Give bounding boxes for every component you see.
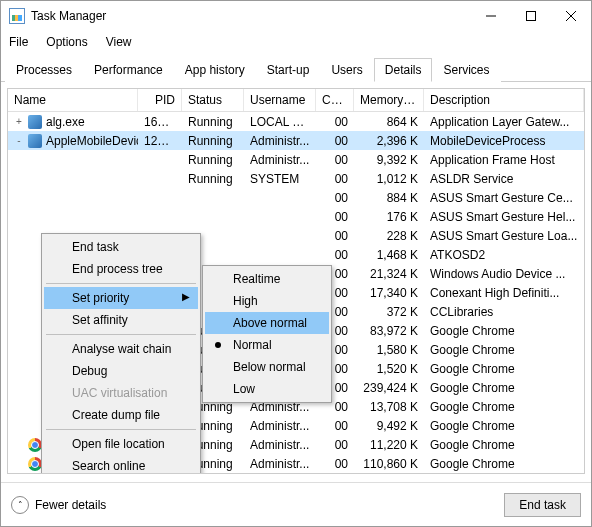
menu-item-above-normal[interactable]: Above normal	[205, 312, 329, 334]
cell-mem: 11,220 K	[354, 437, 424, 453]
menu-item-high[interactable]: High	[205, 290, 329, 312]
menu-item-search-online[interactable]: Search online	[44, 455, 198, 474]
cell-desc: ASUS Smart Gesture Loa...	[424, 228, 584, 244]
window-title: Task Manager	[31, 9, 471, 23]
cell-user: Administr...	[244, 437, 316, 453]
cell-desc: ASUS Smart Gesture Ce...	[424, 190, 584, 206]
tab-details[interactable]: Details	[374, 58, 433, 82]
cell-desc: Google Chrome	[424, 399, 584, 415]
menu-item-set-affinity[interactable]: Set affinity	[44, 309, 198, 331]
cell-pid	[138, 197, 182, 199]
footer: ˄ Fewer details End task	[1, 482, 591, 526]
chevron-up-icon: ˄	[11, 496, 29, 514]
cell-user	[244, 254, 316, 256]
cell-desc: Google Chrome	[424, 323, 584, 339]
cell-mem: 239,424 K	[354, 380, 424, 396]
cell-user: LOCAL SE...	[244, 114, 316, 130]
tab-performance[interactable]: Performance	[83, 58, 174, 82]
separator	[46, 283, 196, 284]
cell-desc: Google Chrome	[424, 342, 584, 358]
menu-item-open-file-location[interactable]: Open file location	[44, 433, 198, 455]
cell-desc: Windows Audio Device ...	[424, 266, 584, 282]
cell-desc: Google Chrome	[424, 437, 584, 453]
cell-mem: 1,012 K	[354, 171, 424, 187]
table-row[interactable]: -AppleMobileDeviceP...12076RunningAdmini…	[8, 131, 584, 150]
cell-mem: 110,860 K	[354, 456, 424, 472]
cell-desc: Application Layer Gatew...	[424, 114, 584, 130]
menu-item-low[interactable]: Low	[205, 378, 329, 400]
col-name[interactable]: Name	[8, 89, 138, 111]
cell-user	[244, 197, 316, 199]
cell-status: Running	[182, 152, 244, 168]
cell-user: Administr...	[244, 418, 316, 434]
cell-cpu: 00	[316, 114, 354, 130]
col-pid[interactable]: PID	[138, 89, 182, 111]
tab-app-history[interactable]: App history	[174, 58, 256, 82]
process-name: AppleMobileDeviceP...	[46, 134, 138, 148]
col-description[interactable]: Description	[424, 89, 584, 111]
table-row[interactable]: RunningSYSTEM001,012 KASLDR Service	[8, 169, 584, 188]
cell-cpu: 00	[316, 190, 354, 206]
tab-services[interactable]: Services	[432, 58, 500, 82]
submenu-arrow-icon: ▶	[182, 291, 190, 302]
cell-mem: 884 K	[354, 190, 424, 206]
menu-view[interactable]: View	[104, 33, 134, 51]
menu-item-analyse-wait-chain[interactable]: Analyse wait chain	[44, 338, 198, 360]
cell-user: Administr...	[244, 456, 316, 472]
menu-item-create-dump-file[interactable]: Create dump file	[44, 404, 198, 426]
col-memory[interactable]: Memory (p...	[354, 89, 424, 111]
tab-start-up[interactable]: Start-up	[256, 58, 321, 82]
process-grid: Name PID Status Username CPU Memory (p..…	[7, 88, 585, 474]
cell-desc: MobileDeviceProcess	[424, 133, 584, 149]
table-row[interactable]: +alg.exe16488RunningLOCAL SE...00864 KAp…	[8, 112, 584, 131]
tab-processes[interactable]: Processes	[5, 58, 83, 82]
end-task-button[interactable]: End task	[504, 493, 581, 517]
table-row[interactable]: 00176 KASUS Smart Gesture Hel...	[8, 207, 584, 226]
expand-icon[interactable]: +	[14, 116, 24, 127]
table-row[interactable]: 00884 KASUS Smart Gesture Ce...	[8, 188, 584, 207]
close-button[interactable]	[551, 1, 591, 31]
cell-user: Administr...	[244, 152, 316, 168]
cell-user: Administr...	[244, 133, 316, 149]
menu-file[interactable]: File	[7, 33, 30, 51]
col-status[interactable]: Status	[182, 89, 244, 111]
cell-cpu: 00	[316, 437, 354, 453]
cell-mem: 228 K	[354, 228, 424, 244]
menu-item-set-priority[interactable]: Set priority▶	[44, 287, 198, 309]
tab-users[interactable]: Users	[320, 58, 373, 82]
cell-desc: CCLibraries	[424, 304, 584, 320]
menu-options[interactable]: Options	[44, 33, 89, 51]
menu-item-end-process-tree[interactable]: End process tree	[44, 258, 198, 280]
cell-mem: 9,392 K	[354, 152, 424, 168]
context-menu: End taskEnd process treeSet priority▶Set…	[41, 233, 201, 474]
cell-status: Running	[182, 114, 244, 130]
cell-status: Running	[182, 133, 244, 149]
separator	[46, 334, 196, 335]
cell-pid	[138, 216, 182, 218]
menu-item-normal[interactable]: Normal	[205, 334, 329, 356]
cell-cpu: 00	[316, 133, 354, 149]
menu-item-end-task[interactable]: End task	[44, 236, 198, 258]
cell-mem: 2,396 K	[354, 133, 424, 149]
cell-mem: 9,492 K	[354, 418, 424, 434]
table-row[interactable]: RunningAdministr...009,392 KApplication …	[8, 150, 584, 169]
cell-user: SYSTEM	[244, 171, 316, 187]
fewer-details-button[interactable]: ˄ Fewer details	[11, 496, 106, 514]
cell-mem: 17,340 K	[354, 285, 424, 301]
maximize-button[interactable]	[511, 1, 551, 31]
menu-item-debug[interactable]: Debug	[44, 360, 198, 382]
process-icon	[28, 457, 42, 471]
fewer-details-label: Fewer details	[35, 498, 106, 512]
col-username[interactable]: Username	[244, 89, 316, 111]
menu-item-realtime[interactable]: Realtime	[205, 268, 329, 290]
expand-icon[interactable]: -	[14, 135, 24, 146]
cell-desc: ATKOSD2	[424, 247, 584, 263]
col-cpu[interactable]: CPU	[316, 89, 354, 111]
minimize-button[interactable]	[471, 1, 511, 31]
menu-item-below-normal[interactable]: Below normal	[205, 356, 329, 378]
cell-desc: ASLDR Service	[424, 171, 584, 187]
tabs: ProcessesPerformanceApp historyStart-upU…	[1, 57, 591, 82]
cell-status	[182, 216, 244, 218]
menu-item-uac-virtualisation: UAC virtualisation	[44, 382, 198, 404]
cell-pid	[138, 159, 182, 161]
